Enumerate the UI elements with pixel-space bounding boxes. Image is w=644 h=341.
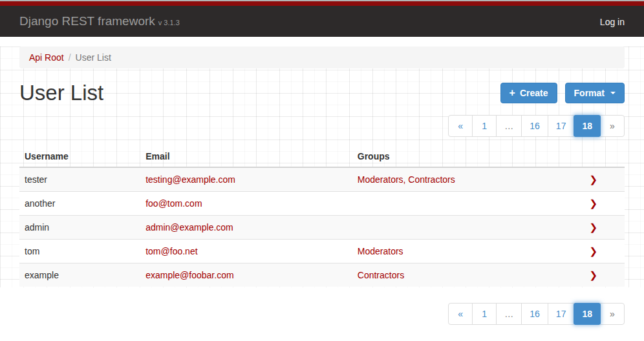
pagination-link[interactable]: 18 — [574, 115, 601, 137]
pagination-link[interactable]: « — [448, 303, 473, 325]
bottom-area: « 1 … 16 17 18 » — [0, 303, 644, 325]
pagination-item: « — [448, 303, 473, 325]
version-label: v 3.1.3 — [158, 19, 180, 26]
navbar: Django REST framework v 3.1.3 Log in — [0, 6, 644, 37]
table-row: tom tom@foo.net Moderators ❯ — [19, 240, 625, 264]
toolbar: +Create Format — [500, 83, 625, 103]
header-action — [558, 145, 625, 167]
username-cell: another — [19, 192, 140, 216]
pagination-item: 17 — [548, 115, 575, 137]
pagination-link[interactable]: 16 — [521, 303, 548, 325]
email-link[interactable]: admin@example.com — [145, 222, 233, 232]
username-cell: tom — [19, 240, 140, 264]
breadcrumb-api-root-link[interactable]: Api Root — [29, 52, 64, 63]
create-button-label: Create — [520, 88, 548, 98]
pagination-link[interactable]: … — [496, 303, 522, 325]
pagination-link[interactable]: 17 — [548, 303, 575, 325]
chevron-right-icon[interactable]: ❯ — [589, 269, 597, 280]
pagination-link[interactable]: … — [496, 115, 522, 137]
pagination-link[interactable]: 1 — [472, 303, 497, 325]
chevron-right-icon[interactable]: ❯ — [589, 222, 597, 232]
chevron-right-icon[interactable]: ❯ — [589, 198, 597, 209]
table-row: admin admin@example.com ❯ — [19, 216, 625, 240]
table-row: tester testing@example.com Moderators, C… — [19, 167, 625, 192]
table-row: example example@foobar.com Contractors ❯ — [19, 264, 625, 287]
breadcrumb-current: User List — [76, 52, 111, 63]
caret-down-icon — [610, 92, 616, 94]
pagination-item: 1 — [473, 303, 497, 325]
page-header: User List +Create Format — [19, 81, 625, 105]
pagination-link[interactable]: 17 — [548, 115, 575, 137]
pagination-link[interactable]: 1 — [472, 115, 497, 137]
breadcrumb: Api Root/User List — [19, 46, 625, 68]
create-button[interactable]: +Create — [500, 83, 557, 103]
pagination-link[interactable]: « — [448, 115, 473, 137]
pagination-top-row: « 1 … 16 17 18 » — [19, 115, 625, 137]
pagination-item: 18 — [574, 115, 601, 137]
email-link[interactable]: foo@tom.com — [145, 198, 202, 209]
page-title: User List — [19, 81, 103, 105]
pagination-item: … — [497, 115, 522, 137]
pagination-item: 18 — [574, 303, 601, 325]
pagination-link[interactable]: 18 — [574, 303, 601, 325]
pagination-bottom: « 1 … 16 17 18 » — [448, 303, 625, 325]
groups-link[interactable]: Contractors — [358, 270, 404, 280]
pagination-item: « — [448, 115, 473, 137]
username-cell: tester — [19, 167, 140, 192]
pagination-item: 16 — [522, 303, 548, 325]
pagination-bottom-row: « 1 … 16 17 18 » — [19, 303, 625, 325]
table-header-row: Username Email Groups — [19, 145, 625, 167]
plus-icon: + — [510, 88, 515, 98]
pagination-link[interactable]: 16 — [521, 115, 548, 137]
pagination-item: 17 — [548, 303, 575, 325]
username-cell: example — [19, 264, 140, 287]
pagination-link[interactable]: » — [600, 303, 625, 325]
chevron-right-icon[interactable]: ❯ — [589, 245, 597, 256]
brand-red-bar — [0, 1, 644, 6]
table-row: another foo@tom.com ❯ — [19, 192, 625, 216]
format-dropdown-button[interactable]: Format — [565, 83, 625, 103]
pagination-link[interactable]: » — [600, 115, 625, 137]
header-email: Email — [140, 145, 352, 167]
email-link[interactable]: example@foobar.com — [145, 270, 233, 280]
pagination-item: » — [601, 115, 625, 137]
user-table: Username Email Groups tester testing@exa… — [19, 145, 625, 287]
pagination-top: « 1 … 16 17 18 » — [448, 115, 625, 137]
content-grid-section: Api Root/User List User List +Create For… — [0, 46, 644, 287]
header-groups: Groups — [352, 145, 558, 167]
groups-link[interactable]: Moderators, Contractors — [358, 174, 455, 185]
breadcrumb-separator: / — [69, 52, 71, 63]
user-table-body: tester testing@example.com Moderators, C… — [19, 167, 625, 287]
pagination-item: … — [497, 303, 522, 325]
pagination-item: 16 — [522, 115, 548, 137]
header-username: Username — [19, 145, 140, 167]
groups-link[interactable]: Moderators — [358, 246, 403, 256]
login-link[interactable]: Log in — [600, 17, 625, 27]
brand-link[interactable]: Django REST framework — [19, 14, 155, 28]
chevron-right-icon[interactable]: ❯ — [589, 174, 597, 185]
pagination-item: 1 — [473, 115, 497, 137]
email-link[interactable]: testing@example.com — [145, 174, 235, 185]
username-cell: admin — [19, 216, 140, 240]
format-button-label: Format — [574, 88, 605, 98]
email-link[interactable]: tom@foo.net — [145, 246, 197, 256]
pagination-item: » — [601, 303, 625, 325]
